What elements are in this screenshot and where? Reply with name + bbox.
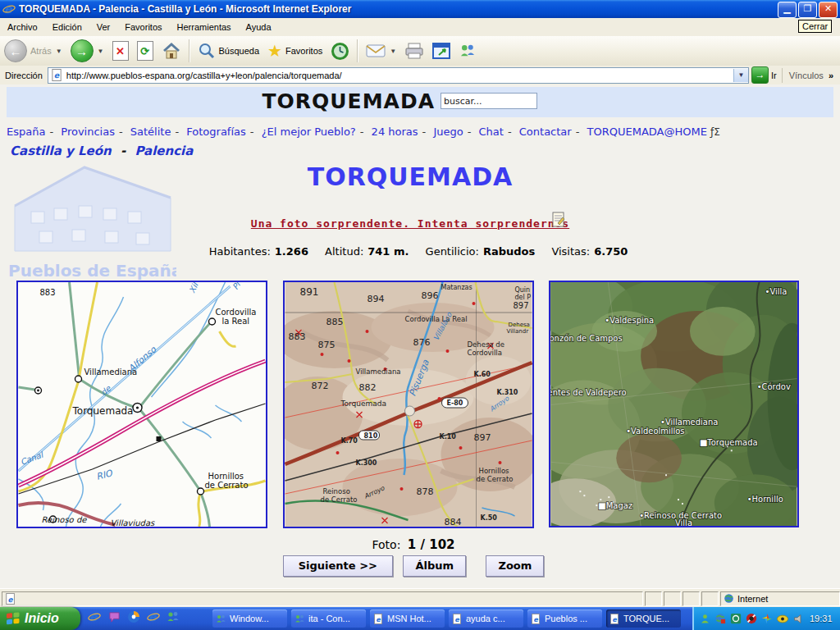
taskbar-task-msn[interactable]: MSN Hot... [370, 609, 445, 628]
svg-text:de Cerrato: de Cerrato [321, 495, 358, 504]
nav-link-juego[interactable]: Juego [433, 126, 463, 138]
nav-link-fotografias[interactable]: Fotografías [186, 126, 246, 138]
nav-link-provincias[interactable]: Provincias [61, 126, 115, 138]
svg-text:Hornillos: Hornillos [208, 472, 244, 481]
menu-herramientas[interactable]: Herramientas [170, 20, 239, 34]
nav-link-mejor-pueblo[interactable]: ¿El mejor Pueblo? [262, 126, 356, 138]
taskbar-task-ayuda[interactable]: ayuda c... [449, 609, 523, 628]
menu-favoritos[interactable]: Favoritos [117, 20, 169, 34]
svg-text:872: 872 [312, 381, 329, 391]
svg-text:•Hornillo: •Hornillo [747, 495, 783, 504]
search-input[interactable] [441, 93, 537, 109]
svg-text:K.10: K.10 [440, 433, 457, 441]
taskbar-task-windows[interactable]: Window... [212, 609, 287, 628]
stop-button[interactable]: ✕ [108, 37, 133, 65]
taskbar-task-pueblos[interactable]: Pueblos ... [527, 609, 602, 628]
search-button[interactable]: Búsqueda [194, 37, 264, 65]
restore-button[interactable]: ❐ [798, 2, 817, 18]
close-button[interactable]: ✕ [819, 2, 838, 18]
forward-button[interactable]: → ▼ [66, 37, 108, 65]
mail-dropdown-icon[interactable]: ▼ [390, 48, 396, 55]
home-icon [162, 41, 181, 61]
stat-value-gentilicio: Rabudos [483, 245, 535, 258]
address-field[interactable]: http://www.pueblos-espana.org/castilla+y… [48, 67, 749, 84]
svg-text:Matanzas: Matanzas [441, 284, 472, 291]
notepad-pencil-icon[interactable] [551, 212, 566, 228]
forward-dropdown-icon[interactable]: ▼ [98, 48, 104, 55]
go-icon[interactable]: → [751, 66, 769, 84]
road-map-image[interactable]: 883Cordovillala RealVillamedianaTorquema… [16, 281, 267, 528]
next-photo-button[interactable]: Siguiente >> [283, 555, 393, 577]
svg-text:del P: del P [515, 294, 532, 301]
nav-link-contactar[interactable]: Contactar [519, 126, 572, 138]
tray-spyware-eye-icon[interactable] [776, 612, 789, 625]
favorites-button[interactable]: ★ Favoritos [263, 37, 326, 65]
menu-ayuda[interactable]: Ayuda [239, 20, 279, 34]
messenger-button[interactable] [454, 37, 481, 65]
svg-text:•Villamediana: •Villamediana [660, 418, 718, 427]
zoom-button[interactable]: Zoom [486, 555, 544, 577]
photo-buttons: Siguiente >> Álbum Zoom [0, 555, 827, 577]
svg-text:878: 878 [417, 486, 434, 497]
address-url[interactable]: http://www.pueblos-espana.org/castilla+y… [66, 71, 730, 80]
topo-map-image[interactable]: 891894896MatanzasQuindel P897885Cordovil… [283, 281, 534, 528]
menu-ver[interactable]: Ver [89, 20, 118, 34]
nav-link-espana[interactable]: España [7, 126, 45, 138]
print-button[interactable] [400, 37, 428, 65]
menu-archivo[interactable]: Archivo [0, 20, 45, 34]
svg-text:Torquemada: Torquemada [340, 399, 386, 408]
minimize-button[interactable]: ▁ [778, 2, 797, 18]
links-chevron-icon[interactable]: » [829, 71, 833, 80]
back-button[interactable]: ← Atrás ▼ [0, 37, 66, 65]
svg-text:Cordovilla: Cordovilla [468, 349, 502, 357]
breadcrumb-region[interactable]: Castilla y León [10, 144, 112, 158]
svg-text:882: 882 [359, 382, 377, 393]
surprise-photo-link[interactable]: Una foto sorprendente. Intenta sorprende… [251, 217, 569, 230]
svg-text:896: 896 [422, 290, 439, 301]
menu-edicion[interactable]: Edición [45, 20, 89, 34]
nav-link-home[interactable]: TORQUEMADA@HOME [587, 126, 707, 138]
print-icon [404, 42, 424, 60]
nav-link-24-horas[interactable]: 24 horas [372, 126, 418, 138]
home-button[interactable] [158, 37, 185, 65]
svg-text:•Valdeolmillos: •Valdeolmillos [626, 427, 684, 436]
taskbar-task-ita[interactable]: ita - Con... [291, 609, 366, 628]
quicklaunch-media-player-icon[interactable] [126, 609, 141, 624]
tray-audio-icon[interactable] [792, 612, 805, 625]
ie-task-icon [609, 614, 620, 624]
quicklaunch-chat-icon[interactable] [107, 609, 121, 624]
tray-network-globe-icon[interactable] [714, 612, 727, 625]
tray-msn-swirl-icon[interactable] [760, 612, 774, 625]
satellite-map-image[interactable]: •Villa•Valdespinaonzón de Campos•Córdove… [549, 281, 799, 527]
back-dropdown-icon[interactable]: ▼ [56, 48, 62, 55]
svg-text:K.310: K.310 [497, 389, 518, 396]
tray-volume-icon[interactable] [729, 612, 742, 625]
mail-button[interactable]: ▼ [362, 37, 400, 65]
toolbar: ← Atrás ▼ → ▼ ✕ ⟳ Búsqueda [0, 36, 840, 66]
taskbar-task-torquemada[interactable]: TORQUE... [606, 609, 681, 628]
taskbar-clock[interactable]: 19:31 [810, 614, 833, 623]
start-button[interactable]: Inicio [0, 607, 80, 630]
address-dropdown-icon[interactable]: ▼ [733, 69, 748, 82]
nav-link-chat[interactable]: Chat [479, 126, 504, 138]
tray-messenger-icon[interactable] [698, 612, 711, 625]
quicklaunch-messenger-icon[interactable] [166, 609, 180, 624]
svg-text:Reinoso: Reinoso [323, 487, 350, 495]
status-zone-label: Internet [737, 594, 768, 604]
stat-value-visitas: 6.750 [594, 245, 628, 258]
go-label[interactable]: Ir [771, 71, 777, 80]
album-button[interactable]: Álbum [403, 555, 466, 577]
tray-antivirus-icon[interactable] [745, 612, 758, 625]
links-toolbar[interactable]: Vínculos » [782, 68, 840, 83]
nav-link-satelite[interactable]: Satélite [130, 126, 171, 138]
status-pane-main [2, 591, 643, 606]
quicklaunch-ie-icon[interactable] [87, 609, 102, 624]
quick-launch [87, 609, 180, 624]
edit-button[interactable] [428, 37, 454, 65]
breadcrumb-province[interactable]: Palencia [135, 144, 193, 158]
refresh-button[interactable]: ⟳ [133, 37, 158, 65]
ie-task-icon [531, 614, 541, 624]
history-button[interactable] [326, 37, 354, 65]
quicklaunch-ie2-icon[interactable] [146, 609, 161, 624]
links-label: Vínculos [789, 71, 824, 80]
